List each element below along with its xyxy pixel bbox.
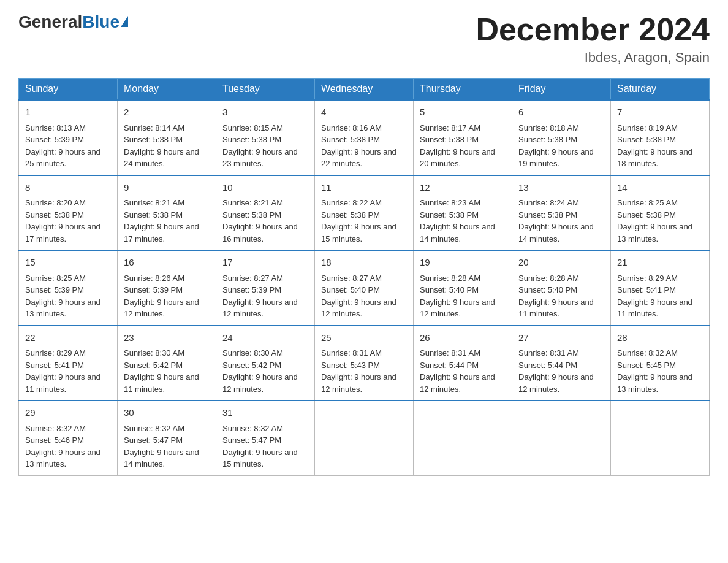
- day-number: 15: [25, 256, 111, 270]
- day-number: 6: [518, 105, 604, 120]
- col-header-friday: Friday: [512, 79, 611, 101]
- day-number: 20: [518, 256, 604, 270]
- sunset-text: Sunset: 5:47 PM: [124, 435, 183, 445]
- daylight-text: Daylight: 9 hours and 25 minutes.: [25, 147, 100, 169]
- daylight-text: Daylight: 9 hours and 13 minutes.: [25, 297, 100, 319]
- sunrise-text: Sunrise: 8:31 AM: [321, 348, 382, 358]
- daylight-text: Daylight: 9 hours and 11 minutes.: [518, 297, 594, 319]
- calendar-cell: 8Sunrise: 8:20 AMSunset: 5:38 PMDaylight…: [19, 175, 118, 251]
- day-number: 23: [124, 331, 210, 345]
- sunrise-text: Sunrise: 8:30 AM: [222, 348, 283, 358]
- calendar-cell: 24Sunrise: 8:30 AMSunset: 5:42 PMDayligh…: [216, 326, 315, 401]
- calendar-cell: 17Sunrise: 8:27 AMSunset: 5:39 PMDayligh…: [216, 250, 315, 326]
- week-row-2: 8Sunrise: 8:20 AMSunset: 5:38 PMDaylight…: [19, 175, 710, 251]
- sunset-text: Sunset: 5:45 PM: [617, 361, 676, 370]
- sunrise-text: Sunrise: 8:17 AM: [420, 123, 480, 132]
- calendar-cell: 6Sunrise: 8:18 AMSunset: 5:38 PMDaylight…: [512, 100, 611, 175]
- sunset-text: Sunset: 5:38 PM: [617, 210, 676, 220]
- sunset-text: Sunset: 5:38 PM: [222, 210, 281, 220]
- sunrise-text: Sunrise: 8:32 AM: [25, 424, 86, 433]
- daylight-text: Daylight: 9 hours and 11 minutes.: [617, 297, 692, 319]
- daylight-text: Daylight: 9 hours and 12 minutes.: [321, 372, 396, 394]
- calendar-header-row: SundayMondayTuesdayWednesdayThursdayFrid…: [19, 79, 710, 101]
- sunset-text: Sunset: 5:44 PM: [518, 361, 577, 370]
- sunrise-text: Sunrise: 8:31 AM: [420, 348, 480, 358]
- sunset-text: Sunset: 5:42 PM: [222, 361, 281, 370]
- sunset-text: Sunset: 5:38 PM: [420, 210, 479, 220]
- sunrise-text: Sunrise: 8:29 AM: [617, 274, 678, 283]
- daylight-text: Daylight: 9 hours and 11 minutes.: [124, 372, 199, 394]
- calendar-cell: [315, 400, 414, 475]
- daylight-text: Daylight: 9 hours and 13 minutes.: [617, 222, 692, 243]
- day-number: 1: [25, 105, 111, 120]
- week-row-4: 22Sunrise: 8:29 AMSunset: 5:41 PMDayligh…: [19, 326, 710, 401]
- sunrise-text: Sunrise: 8:28 AM: [420, 274, 480, 283]
- sunset-text: Sunset: 5:43 PM: [321, 361, 380, 370]
- sunset-text: Sunset: 5:38 PM: [518, 135, 577, 144]
- sunset-text: Sunset: 5:38 PM: [321, 135, 380, 144]
- day-number: 17: [222, 256, 308, 270]
- calendar-cell: 9Sunrise: 8:21 AMSunset: 5:38 PMDaylight…: [118, 175, 216, 251]
- day-number: 22: [25, 331, 111, 345]
- calendar-table: SundayMondayTuesdayWednesdayThursdayFrid…: [18, 78, 710, 476]
- sunrise-text: Sunrise: 8:18 AM: [518, 123, 579, 132]
- week-row-3: 15Sunrise: 8:25 AMSunset: 5:39 PMDayligh…: [19, 250, 710, 326]
- calendar-cell: 26Sunrise: 8:31 AMSunset: 5:44 PMDayligh…: [414, 326, 512, 401]
- col-header-wednesday: Wednesday: [315, 79, 414, 101]
- calendar-cell: 5Sunrise: 8:17 AMSunset: 5:38 PMDaylight…: [414, 100, 512, 175]
- month-title: December 2024: [476, 12, 710, 47]
- day-number: 19: [420, 256, 506, 270]
- day-number: 26: [420, 331, 506, 345]
- sunrise-text: Sunrise: 8:15 AM: [222, 123, 283, 132]
- sunrise-text: Sunrise: 8:23 AM: [420, 198, 480, 207]
- col-header-sunday: Sunday: [19, 79, 118, 101]
- col-header-monday: Monday: [118, 79, 216, 101]
- daylight-text: Daylight: 9 hours and 23 minutes.: [222, 147, 298, 169]
- sunrise-text: Sunrise: 8:26 AM: [124, 274, 184, 283]
- day-number: 18: [321, 256, 407, 270]
- sunrise-text: Sunrise: 8:24 AM: [518, 198, 579, 207]
- daylight-text: Daylight: 9 hours and 19 minutes.: [518, 147, 594, 169]
- day-number: 4: [321, 105, 407, 120]
- sunset-text: Sunset: 5:39 PM: [25, 285, 84, 294]
- logo: General Blue: [18, 12, 128, 32]
- logo-blue-text: Blue: [82, 12, 119, 32]
- calendar-cell: 14Sunrise: 8:25 AMSunset: 5:38 PMDayligh…: [611, 175, 710, 251]
- sunrise-text: Sunrise: 8:25 AM: [25, 274, 86, 283]
- sunset-text: Sunset: 5:38 PM: [222, 135, 281, 144]
- daylight-text: Daylight: 9 hours and 15 minutes.: [321, 222, 396, 243]
- daylight-text: Daylight: 9 hours and 12 minutes.: [222, 297, 298, 319]
- sunrise-text: Sunrise: 8:32 AM: [617, 348, 678, 358]
- sunset-text: Sunset: 5:41 PM: [617, 285, 676, 294]
- calendar-cell: 1Sunrise: 8:13 AMSunset: 5:39 PMDaylight…: [19, 100, 118, 175]
- calendar-cell: 21Sunrise: 8:29 AMSunset: 5:41 PMDayligh…: [611, 250, 710, 326]
- daylight-text: Daylight: 9 hours and 24 minutes.: [124, 147, 199, 169]
- daylight-text: Daylight: 9 hours and 12 minutes.: [420, 372, 495, 394]
- col-header-tuesday: Tuesday: [216, 79, 315, 101]
- daylight-text: Daylight: 9 hours and 22 minutes.: [321, 147, 396, 169]
- sunset-text: Sunset: 5:39 PM: [25, 135, 84, 144]
- day-number: 11: [321, 181, 407, 195]
- logo-blue-part: Blue: [82, 12, 128, 32]
- sunset-text: Sunset: 5:40 PM: [420, 285, 479, 294]
- daylight-text: Daylight: 9 hours and 11 minutes.: [25, 372, 100, 394]
- calendar-cell: 27Sunrise: 8:31 AMSunset: 5:44 PMDayligh…: [512, 326, 611, 401]
- daylight-text: Daylight: 9 hours and 13 minutes.: [617, 372, 692, 394]
- sunset-text: Sunset: 5:44 PM: [420, 361, 479, 370]
- daylight-text: Daylight: 9 hours and 16 minutes.: [222, 222, 298, 243]
- sunrise-text: Sunrise: 8:29 AM: [25, 348, 86, 358]
- daylight-text: Daylight: 9 hours and 18 minutes.: [617, 147, 692, 169]
- sunset-text: Sunset: 5:38 PM: [518, 210, 577, 220]
- day-number: 5: [420, 105, 506, 120]
- daylight-text: Daylight: 9 hours and 17 minutes.: [124, 222, 199, 243]
- calendar-cell: 22Sunrise: 8:29 AMSunset: 5:41 PMDayligh…: [19, 326, 118, 401]
- sunrise-text: Sunrise: 8:21 AM: [124, 198, 184, 207]
- sunrise-text: Sunrise: 8:30 AM: [124, 348, 184, 358]
- daylight-text: Daylight: 9 hours and 12 minutes.: [321, 297, 396, 319]
- daylight-text: Daylight: 9 hours and 14 minutes.: [124, 448, 199, 469]
- sunrise-text: Sunrise: 8:32 AM: [124, 424, 184, 433]
- day-number: 29: [25, 406, 111, 420]
- calendar-cell: 20Sunrise: 8:28 AMSunset: 5:40 PMDayligh…: [512, 250, 611, 326]
- sunrise-text: Sunrise: 8:20 AM: [25, 198, 86, 207]
- sunrise-text: Sunrise: 8:21 AM: [222, 198, 283, 207]
